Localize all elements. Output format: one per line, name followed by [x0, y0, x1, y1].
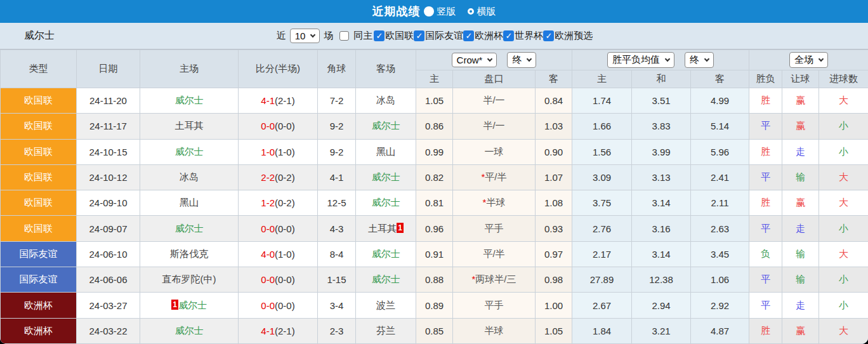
competition-type-cell: 国际友谊: [1, 267, 77, 293]
odds-source-select[interactable]: Crow*: [452, 53, 497, 67]
odds-home-cell: 0.88: [416, 267, 453, 293]
mean-away-cell: 2.41: [691, 164, 749, 190]
home-team-cell: 威尔士: [140, 318, 239, 343]
layout-radio-horizontal[interactable]: [468, 8, 474, 15]
handicap-cell: 一球: [453, 139, 536, 164]
handicap-result-cell: 输: [782, 164, 819, 190]
match-row: 欧洲杯24-03-271威尔士0-0(0-0)3-4波兰0.89平手1.002.…: [1, 293, 868, 318]
corners-cell: 2-3: [318, 318, 356, 343]
competition-type-cell: 欧国联: [1, 164, 77, 190]
mean-home-cell: 2.76: [572, 216, 632, 241]
away-team-name: 芬兰: [376, 325, 395, 336]
competition-label-3[interactable]: 世界杯: [515, 30, 543, 42]
col-header-home: 主场: [140, 50, 239, 88]
scope-selector-group: 全场: [749, 50, 868, 70]
home-team-name: 黑山: [180, 197, 199, 208]
competition-type-cell: 欧国联: [1, 114, 77, 139]
odds-away-cell: 1.07: [536, 164, 572, 190]
competition-label-0[interactable]: 欧国联: [385, 30, 414, 42]
home-team-name: 威尔士: [175, 95, 204, 105]
home-team-name: 威尔士: [175, 223, 204, 234]
mean-away-cell: 2.92: [691, 293, 749, 318]
competition-checkbox-4[interactable]: ✓: [543, 30, 554, 41]
handicap-result-cell: 赢: [782, 318, 819, 343]
mean-away-cell: 1.06: [691, 267, 749, 293]
result-cell: 胜: [749, 318, 782, 343]
odds-home-cell: 0.96: [416, 216, 453, 241]
match-row: 欧洲杯24-03-22威尔士4-1(2-1)2-3芬兰0.85半球1.051.8…: [1, 318, 868, 343]
chevron-down-icon: [665, 56, 670, 62]
competition-label-1[interactable]: 国际友谊: [425, 30, 463, 42]
match-row: 欧国联24-11-20威尔士4-1(2-1)7-2冰岛1.05半/一0.841.…: [1, 88, 868, 114]
layout-radio-vertical-label[interactable]: 竖版: [437, 6, 456, 18]
mean-home-cell: 1.84: [572, 318, 632, 343]
sub-col-header-3: 主: [572, 70, 632, 88]
sub-col-header-2: 客: [536, 70, 572, 88]
handicap-result-cell: 走: [782, 216, 819, 241]
competition-checkbox-1[interactable]: ✓: [414, 30, 424, 41]
competition-checkbox-3[interactable]: ✓: [503, 30, 514, 41]
competition-checkbox-2[interactable]: ✓: [463, 30, 474, 41]
date-cell: 24-10-15: [77, 139, 140, 164]
match-row: 欧国联24-10-12冰岛2-2(0-2)4-1威尔士0.82*平/半1.073…: [1, 164, 868, 190]
competition-type-cell: 欧洲杯: [1, 293, 77, 318]
scope-select[interactable]: 全场: [789, 52, 828, 68]
competition-label-4[interactable]: 欧洲预选: [555, 30, 593, 42]
score-cell: 2-2(0-2): [239, 164, 318, 190]
mean-away-cell: 2.63: [691, 216, 749, 241]
col-header-date: 日期: [77, 50, 140, 88]
home-team-name: 威尔士: [175, 325, 204, 336]
mean-selector-group: 胜平负均值 终: [572, 50, 749, 70]
sub-col-header-4: 和: [632, 70, 691, 88]
match-row: 欧国联24-09-07威尔士0-0(0-0)4-3土耳其10.96平手0.932…: [1, 216, 868, 241]
mean-home-cell: 3.75: [572, 190, 632, 216]
handicap-cell: *半球: [453, 190, 536, 216]
result-cell: 胜: [749, 88, 782, 114]
match-row: 国际友谊24-06-06直布罗陀(中)0-0(0-0)1-15威尔士0.88*两…: [1, 267, 868, 293]
home-team-name: 冰岛: [180, 171, 199, 182]
odds-away-cell: 1.05: [536, 318, 572, 343]
away-team-cell: 威尔士: [356, 267, 416, 293]
corners-cell: 1-15: [318, 267, 356, 293]
odds-home-cell: 0.89: [416, 293, 453, 318]
away-team-cell: 土耳其1: [356, 216, 416, 241]
mean-draw-cell: 3.83: [632, 114, 691, 139]
competition-checkbox-0[interactable]: ✓: [374, 30, 385, 41]
mean-time-select[interactable]: 终: [685, 52, 714, 68]
title-bar: 近期战绩 竖版 横版: [0, 0, 868, 23]
mean-source-select[interactable]: 胜平负均值: [607, 52, 674, 68]
home-team-cell: 斯洛伐克: [140, 241, 239, 267]
layout-radio-vertical[interactable]: [424, 6, 434, 17]
goals-result-cell: 大: [819, 318, 868, 343]
handicap-result-cell: 赢: [782, 114, 819, 139]
goals-result-cell: 小: [819, 267, 868, 293]
handicap-result-cell: 走: [782, 139, 819, 164]
handicap-cell: 平手: [453, 216, 536, 241]
layout-radio-horizontal-label[interactable]: 横版: [477, 6, 496, 18]
odds-time-select[interactable]: 终: [507, 52, 536, 68]
chevron-down-icon: [310, 32, 315, 37]
odds-home-cell: 1.05: [416, 88, 453, 114]
competition-label-2[interactable]: 欧洲杯: [475, 30, 503, 42]
odds-away-cell: 0.84: [536, 88, 572, 114]
filter-bar: 威尔士 近 10 场 同主 ✓欧国联✓国际友谊✓欧洲杯✓世界杯✓欧洲预选: [0, 23, 868, 50]
away-team-cell: 威尔士: [356, 114, 416, 139]
sub-col-header-7: 让球: [782, 70, 819, 88]
handicap-cell: 半球: [453, 318, 536, 343]
handicap-cell: 平/半: [453, 241, 536, 267]
result-cell: 平: [749, 114, 782, 139]
home-team-cell: 威尔士: [140, 88, 239, 114]
chevron-down-icon: [487, 56, 492, 62]
date-cell: 24-03-27: [77, 293, 140, 318]
sub-col-header-1: 盘口: [453, 70, 536, 88]
match-count-select[interactable]: 10: [290, 29, 320, 43]
home-team-name: 斯洛伐克: [170, 248, 208, 259]
same-home-checkbox[interactable]: [339, 31, 349, 41]
match-count-value: 10: [295, 30, 306, 41]
same-home-label[interactable]: 同主: [353, 30, 372, 42]
result-cell: 平: [749, 164, 782, 190]
home-team-cell: 威尔士: [140, 216, 239, 241]
home-team-cell: 冰岛: [140, 164, 239, 190]
handicap-cell: 半/一: [453, 114, 536, 139]
near-label: 近: [277, 30, 286, 42]
